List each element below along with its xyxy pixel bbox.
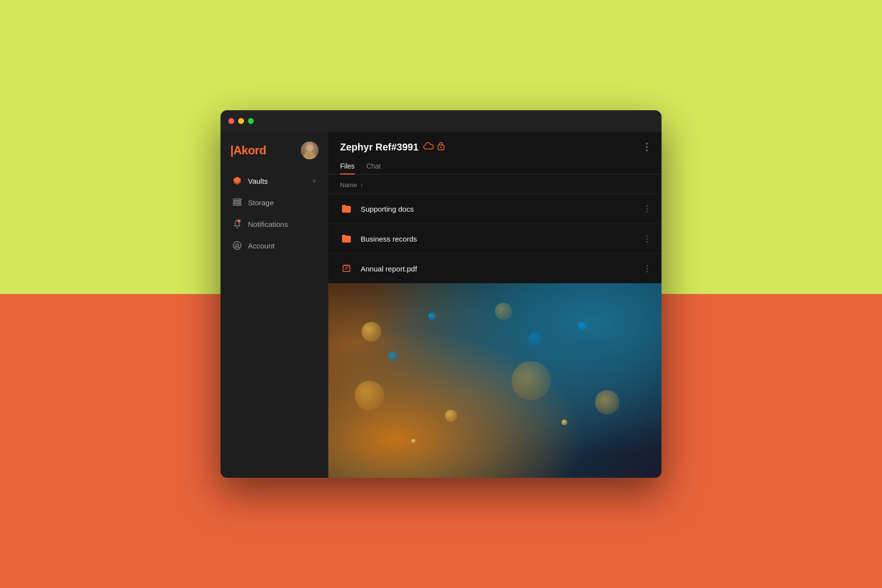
storage-icon [232,197,242,207]
account-icon [232,241,242,250]
svg-point-5 [239,204,240,205]
folder-icon-supporting [340,202,354,216]
cloud-icon [423,142,434,152]
main-content: Zephyr Ref#3991 [328,132,662,478]
file-item-business-records[interactable]: Business records [328,223,662,253]
more-dot-g [646,265,648,267]
lock-icon [437,142,445,152]
vault-status-icons [423,142,445,152]
file-list-header: Name ↑ [328,174,662,194]
tab-chat[interactable]: Chat [367,158,381,174]
more-dot-e [646,238,648,240]
file-list: Supporting docs [328,194,662,283]
more-dot-1 [646,143,648,145]
svg-point-7 [233,242,241,249]
notifications-icon [232,219,242,229]
more-dot-a [646,205,648,207]
sidebar-logo-area: |Akord [220,142,328,171]
sidebar-item-vaults[interactable]: Vaults ∨ [226,171,322,191]
tab-files-label: Files [340,162,355,170]
more-dot-d [646,235,648,237]
vaults-icon [232,176,242,186]
file-name-annual: Annual report.pdf [361,265,644,273]
app-upper: Zephyr Ref#3991 [328,132,662,283]
avatar[interactable] [301,142,318,159]
file-more-annual[interactable] [644,263,650,274]
storage-label: Storage [248,198,274,207]
logo-name: Akord [233,144,266,157]
svg-point-3 [239,199,240,200]
file-more-business[interactable] [644,233,650,245]
file-more-supporting[interactable] [644,203,650,215]
more-dot-h [646,268,648,270]
traffic-light-red[interactable] [228,118,234,124]
traffic-light-green[interactable] [248,118,254,124]
vaults-chevron: ∨ [312,177,317,184]
tab-files[interactable]: Files [340,158,355,174]
sidebar: |Akord [220,132,328,478]
account-label: Account [248,242,274,250]
titlebar [220,110,662,132]
content-header: Zephyr Ref#3991 [328,132,662,153]
sort-label: Name [340,181,357,189]
app-window: |Akord [220,110,662,478]
vaults-label: Vaults [248,177,268,185]
sidebar-item-storage[interactable]: Storage [226,193,322,212]
svg-rect-11 [343,266,350,271]
app-body: |Akord [220,132,662,478]
svg-point-4 [239,202,240,203]
sidebar-item-account[interactable]: Account [226,236,322,255]
app-lower-image [328,283,662,478]
sidebar-nav: Vaults ∨ Stora [220,171,328,255]
header-more-button[interactable] [644,141,650,153]
content-tabs: Files Chat [328,153,662,174]
more-dot-2 [646,146,648,148]
abstract-background [328,283,662,478]
more-dot-3 [646,149,648,151]
notifications-label: Notifications [248,220,288,228]
avatar-image [301,142,318,159]
sidebar-item-notifications[interactable]: Notifications [226,214,322,234]
folder-icon-business [340,232,354,245]
file-name-supporting: Supporting docs [361,205,644,213]
more-dot-i [646,271,648,272]
sort-arrow: ↑ [360,182,363,189]
pdf-icon-annual [340,262,354,275]
file-item-annual-report[interactable]: Annual report.pdf [328,253,662,283]
more-dot-f [646,241,648,243]
svg-point-6 [238,220,241,222]
more-dot-c [646,211,648,213]
svg-point-10 [441,147,442,148]
tab-chat-label: Chat [367,162,381,170]
more-dot-b [646,208,648,210]
file-name-business: Business records [361,235,644,243]
vault-name: Zephyr Ref#3991 [340,142,418,153]
vault-title-group: Zephyr Ref#3991 [340,142,445,153]
traffic-light-yellow[interactable] [238,118,244,124]
file-item-supporting-docs[interactable]: Supporting docs [328,194,662,223]
app-logo: |Akord [230,144,266,157]
